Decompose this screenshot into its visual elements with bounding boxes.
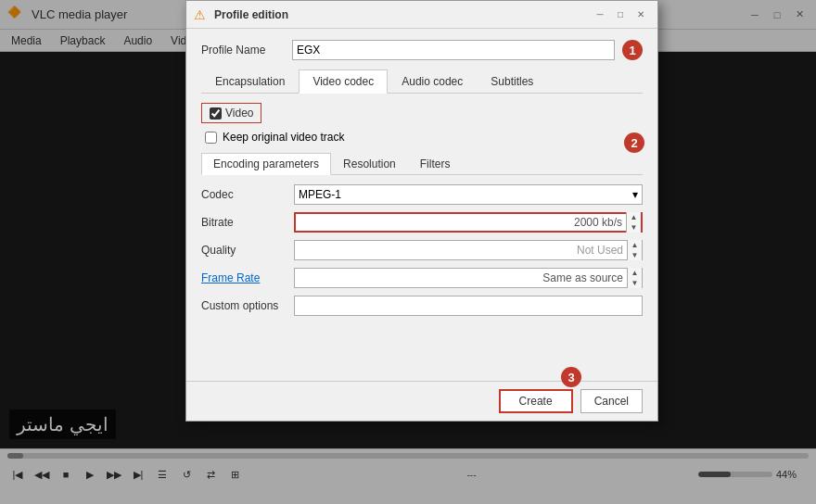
- bitrate-field[interactable]: 2000 kb/s ▲ ▼: [294, 212, 643, 233]
- quality-value: Not Used: [459, 244, 627, 257]
- sub-tab-encoding[interactable]: Encoding parameters: [201, 153, 331, 175]
- tab-video-codec[interactable]: Video codec: [299, 69, 388, 94]
- badge-3: 3: [561, 367, 581, 387]
- custom-label: Custom options: [201, 299, 294, 312]
- framerate-up-button[interactable]: ▲: [628, 268, 642, 278]
- codec-field-row: Codec MPEG-1 ▾: [201, 184, 643, 205]
- badge-1: 1: [622, 40, 643, 60]
- bitrate-label: Bitrate: [201, 216, 294, 229]
- custom-field-row: Custom options: [201, 296, 643, 316]
- create-button[interactable]: Create: [499, 389, 573, 413]
- badge-2: 2: [624, 132, 644, 153]
- video-checkbox[interactable]: [210, 107, 222, 120]
- bitrate-field-row: Bitrate 2000 kb/s ▲ ▼: [201, 212, 643, 233]
- framerate-value: Same as source: [459, 271, 627, 284]
- dialog-spacer: [201, 323, 643, 370]
- dialog-warning-icon: ⚠: [194, 7, 209, 22]
- codec-value: MPEG-1: [299, 188, 341, 201]
- profile-name-label: Profile Name: [201, 44, 285, 57]
- codec-label: Codec: [201, 188, 294, 201]
- codec-select[interactable]: MPEG-1 ▾: [294, 184, 643, 205]
- video-checkbox-row: Video 2: [201, 103, 643, 123]
- quality-up-button[interactable]: ▲: [628, 240, 642, 250]
- quality-field[interactable]: Not Used ▲ ▼: [294, 240, 643, 260]
- quality-label: Quality: [201, 244, 294, 257]
- cancel-button[interactable]: Cancel: [580, 389, 643, 413]
- bitrate-spinner[interactable]: ▲ ▼: [626, 212, 641, 233]
- main-tabs-row: Encapsulation Video codec Audio codec Su…: [201, 69, 643, 94]
- framerate-down-button[interactable]: ▼: [628, 278, 642, 288]
- dialog-titlebar-buttons: ─ □ ✕: [591, 6, 650, 24]
- bitrate-value: 2000 kb/s: [459, 216, 626, 229]
- dialog-title: Profile edition: [214, 8, 585, 21]
- dialog-titlebar: ⚠ Profile edition ─ □ ✕: [186, 1, 657, 29]
- keep-original-row: Keep original video track: [205, 131, 643, 144]
- keep-original-checkbox[interactable]: [205, 132, 217, 144]
- dialog-body: Profile Name 1 Encapsulation Video codec…: [186, 29, 657, 381]
- codec-dropdown-icon[interactable]: ▾: [632, 188, 638, 201]
- dialog-close-button[interactable]: ✕: [631, 6, 650, 24]
- custom-options-input[interactable]: [294, 296, 643, 316]
- quality-field-row: Quality Not Used ▲ ▼: [201, 240, 643, 260]
- profile-name-row: Profile Name 1: [201, 40, 643, 60]
- tab-subtitles[interactable]: Subtitles: [477, 69, 547, 93]
- framerate-field-row: Frame Rate Same as source ▲ ▼: [201, 268, 643, 288]
- dialog-footer: 3 Create Cancel: [186, 381, 657, 421]
- profile-name-input[interactable]: [292, 40, 615, 60]
- tab-audio-codec[interactable]: Audio codec: [388, 69, 477, 93]
- profile-edition-dialog: ⚠ Profile edition ─ □ ✕ Profile Name 1: [185, 0, 658, 422]
- bitrate-up-button[interactable]: ▲: [627, 212, 641, 222]
- framerate-field[interactable]: Same as source ▲ ▼: [294, 268, 643, 288]
- tab-encapsulation[interactable]: Encapsulation: [201, 69, 299, 93]
- dialog-maximize-button[interactable]: □: [611, 6, 630, 24]
- quality-down-button[interactable]: ▼: [628, 250, 642, 260]
- sub-tab-resolution[interactable]: Resolution: [331, 153, 408, 174]
- sub-tab-filters[interactable]: Filters: [408, 153, 463, 174]
- keep-original-label: Keep original video track: [223, 131, 344, 144]
- video-label-text: Video: [225, 107, 253, 120]
- vlc-window: 🔶 VLC media player ─ □ ✕ Media Playback …: [0, 0, 816, 504]
- dialog-minimize-button[interactable]: ─: [591, 6, 609, 24]
- framerate-spinner[interactable]: ▲ ▼: [627, 268, 642, 288]
- sub-tabs-row: Encoding parameters Resolution Filters: [201, 153, 643, 175]
- video-checkbox-label[interactable]: Video: [201, 103, 261, 123]
- framerate-label[interactable]: Frame Rate: [201, 271, 294, 284]
- bitrate-down-button[interactable]: ▼: [627, 222, 641, 233]
- modal-overlay: ⚠ Profile edition ─ □ ✕ Profile Name 1: [0, 0, 816, 504]
- quality-spinner[interactable]: ▲ ▼: [627, 240, 642, 260]
